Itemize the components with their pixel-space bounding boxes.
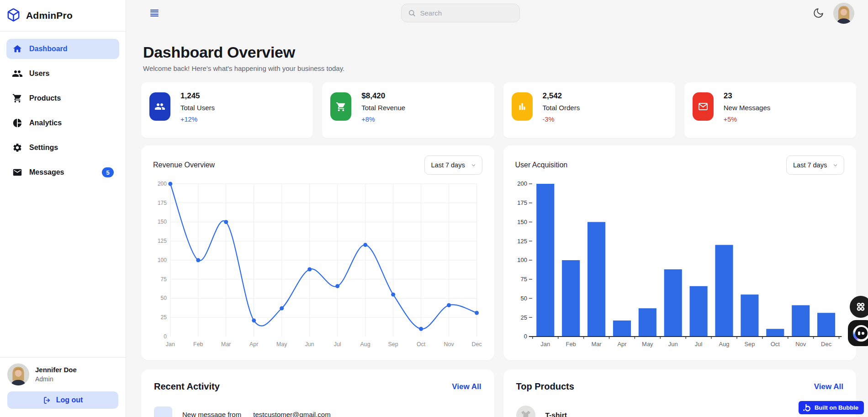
svg-text:125: 125 (158, 238, 167, 244)
stat-card-new-messages: 23 New Messages +5% (684, 82, 856, 138)
mail-icon (12, 167, 23, 178)
top-products-view-all-link[interactable]: View All (814, 382, 843, 391)
svg-text:Sep: Sep (388, 341, 398, 348)
logout-button[interactable]: Log out (7, 391, 118, 409)
svg-text:Jul: Jul (694, 341, 702, 348)
svg-text:25: 25 (161, 314, 167, 321)
sidebar-item-label: Products (29, 94, 61, 102)
stat-trend: +12% (180, 116, 215, 123)
svg-text:0: 0 (164, 333, 167, 340)
product-name: T-shirt (545, 411, 567, 417)
svg-text:Jun: Jun (668, 341, 677, 348)
svg-text:Apr: Apr (249, 341, 258, 348)
svg-text:125: 125 (517, 238, 527, 245)
chevron-down-icon (471, 162, 476, 168)
stats-row: 1,245 Total Users +12% $8,420 Total Reve… (141, 82, 856, 138)
revenue-range-select[interactable]: Last 7 days (424, 155, 482, 175)
bubble-assistant-button[interactable] (848, 320, 868, 346)
user-role: Admin (35, 375, 77, 384)
stat-value: $8,420 (361, 91, 405, 101)
topbar-avatar[interactable] (833, 3, 854, 24)
product-image (516, 406, 535, 417)
stat-label: New Messages (724, 104, 771, 112)
main-area: Dashboard Overview Welcome back! Here's … (126, 0, 868, 417)
svg-text:75: 75 (161, 276, 167, 283)
svg-text:0: 0 (524, 333, 527, 340)
svg-text:Jan: Jan (540, 341, 550, 348)
svg-text:Dec: Dec (821, 341, 832, 348)
section-title: Recent Activity (154, 381, 220, 392)
bubble-logo-icon (803, 404, 811, 412)
stat-label: Total Orders (543, 104, 580, 112)
stat-card-total-orders: 2,542 Total Orders -3% (503, 82, 675, 138)
stat-value: 23 (724, 91, 771, 101)
stat-label: Total Users (180, 104, 215, 112)
user-acquisition-card: User Acquisition Last 7 days 02550751001… (503, 145, 857, 360)
acquisition-range-select[interactable]: Last 7 days (786, 155, 844, 175)
sidebar-item-settings[interactable]: Settings (6, 138, 119, 158)
svg-text:Oct: Oct (417, 341, 426, 348)
recent-activity-view-all-link[interactable]: View All (452, 382, 481, 391)
chart-title: User Acquisition (515, 161, 568, 169)
search-input[interactable] (420, 9, 513, 17)
cart-icon (330, 92, 351, 121)
menu-toggle-icon[interactable] (150, 10, 159, 16)
bar-chart-icon (512, 92, 533, 121)
recent-activity-card: Recent Activity View All New message fro… (141, 369, 494, 417)
svg-text:Aug: Aug (719, 341, 729, 348)
svg-text:Nov: Nov (444, 341, 455, 348)
product-list-item: T-shirt (516, 406, 844, 417)
gear-icon (12, 142, 23, 153)
box-logo-icon (6, 8, 21, 24)
users-icon (149, 92, 170, 121)
pie-chart-icon (12, 118, 23, 128)
stat-card-total-users: 1,245 Total Users +12% (141, 82, 313, 138)
charts-row: Revenue Overview Last 7 days 02550751001… (141, 145, 856, 360)
bubble-assistant-icon (853, 325, 868, 342)
avatar (7, 364, 29, 385)
grid-dots-icon (855, 301, 866, 312)
svg-text:Jul: Jul (334, 341, 341, 348)
svg-text:Mar: Mar (591, 341, 602, 348)
dark-mode-moon-icon[interactable] (811, 6, 825, 20)
svg-text:Feb: Feb (193, 341, 203, 348)
svg-text:Nov: Nov (795, 341, 806, 348)
svg-text:Mar: Mar (221, 341, 231, 348)
search-icon (408, 9, 416, 17)
svg-text:75: 75 (520, 276, 527, 283)
svg-text:Feb: Feb (566, 341, 576, 348)
svg-text:May: May (276, 341, 287, 348)
sidebar-item-label: Dashboard (29, 45, 68, 53)
svg-text:200: 200 (517, 180, 527, 187)
built-on-bubble-badge[interactable]: Built on Bubble (799, 401, 864, 414)
sidebar: AdminPro Dashboard Users Products (0, 0, 126, 417)
stat-trend: +8% (361, 116, 405, 123)
acquisition-bar-chart: 0255075100125150175200JanFebMarAprMayJun… (515, 179, 845, 349)
sidebar-item-dashboard[interactable]: Dashboard (6, 39, 119, 59)
home-icon (12, 43, 23, 54)
sidebar-item-users[interactable]: Users (6, 64, 119, 84)
svg-text:Dec: Dec (472, 341, 482, 348)
app-window: AdminPro Dashboard Users Products (0, 0, 868, 417)
activity-text: New message from (182, 411, 241, 417)
sidebar-item-products[interactable]: Products (6, 88, 119, 108)
topbar-actions (811, 3, 854, 24)
search-box (401, 4, 520, 22)
revenue-overview-card: Revenue Overview Last 7 days 02550751001… (141, 145, 494, 360)
sidebar-item-analytics[interactable]: Analytics (6, 113, 119, 133)
svg-text:50: 50 (520, 295, 527, 302)
topbar (126, 0, 868, 26)
stat-trend: +5% (724, 116, 771, 123)
svg-text:150: 150 (158, 219, 167, 225)
activity-email: testcustomer@gmail.com (253, 411, 330, 417)
brand: AdminPro (0, 0, 126, 32)
svg-text:25: 25 (520, 314, 527, 321)
svg-text:Aug: Aug (360, 341, 370, 348)
logout-icon (43, 396, 52, 405)
chart-title: Revenue Overview (153, 161, 215, 169)
range-select-value: Last 7 days (431, 161, 465, 169)
stat-trend: -3% (543, 116, 580, 123)
sidebar-item-messages[interactable]: Messages 5 (6, 162, 119, 182)
logout-label: Log out (56, 396, 83, 404)
bubble-component-tree-button[interactable] (850, 296, 868, 318)
